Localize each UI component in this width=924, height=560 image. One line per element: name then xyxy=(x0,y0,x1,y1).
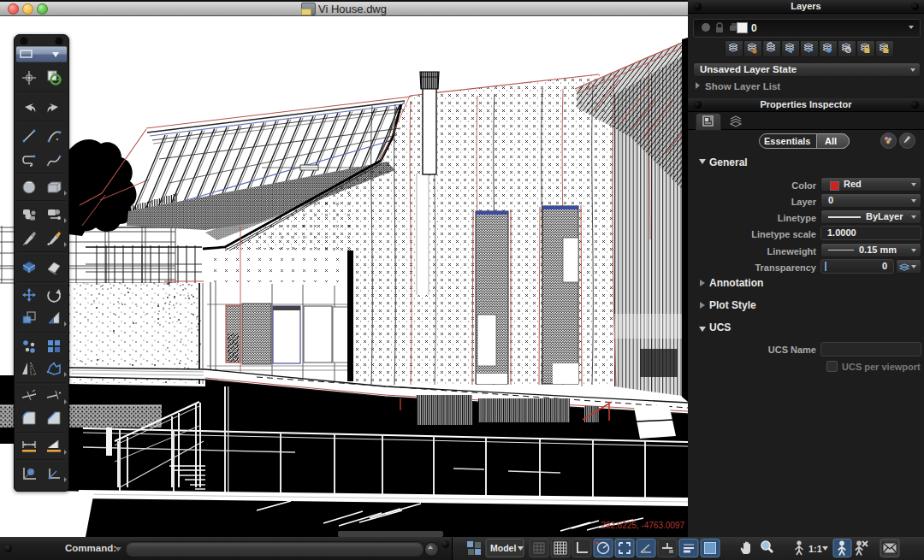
svg-text:292.6225, -4763.0097: 292.6225, -4763.0097 xyxy=(601,521,684,530)
svg-text:1:1: 1:1 xyxy=(808,544,822,554)
svg-text:Model: Model xyxy=(490,543,516,553)
